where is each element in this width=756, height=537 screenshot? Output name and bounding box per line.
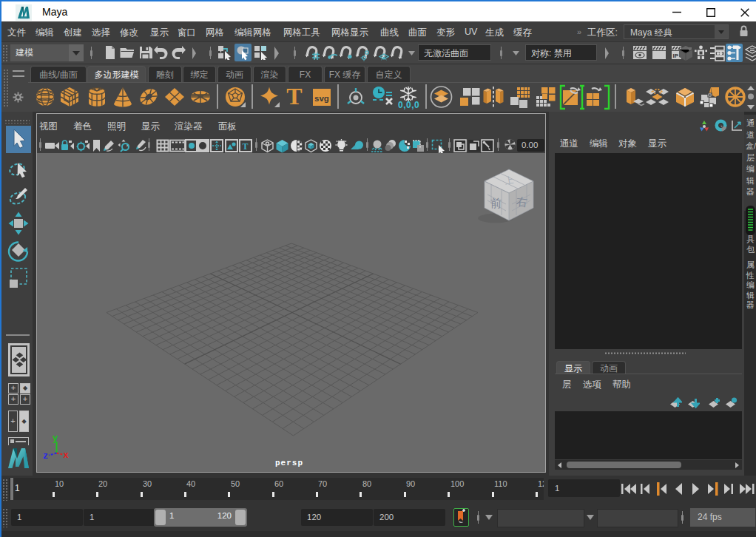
svg-text:上: 上: [504, 175, 514, 186]
svg-text:z: z: [43, 451, 48, 462]
svg-text:前: 前: [490, 197, 502, 209]
svg-text:y: y: [53, 433, 58, 444]
svg-text:x: x: [64, 450, 69, 461]
svg-text:svg: svg: [314, 94, 329, 103]
svg-text:persp: persp: [275, 459, 303, 467]
svg-text:T: T: [243, 141, 249, 152]
svg-text:右: 右: [515, 195, 528, 209]
